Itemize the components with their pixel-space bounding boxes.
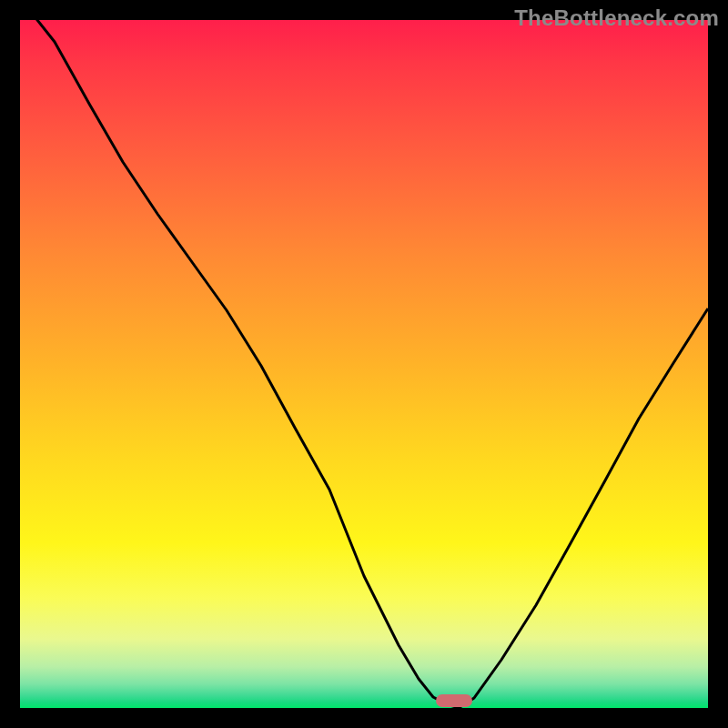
chart-plot-area <box>20 20 708 708</box>
optimal-marker <box>436 694 472 707</box>
curve-path <box>20 20 708 708</box>
bottleneck-curve <box>20 20 708 708</box>
chart-frame: TheBottleneck.com <box>0 0 728 728</box>
watermark-text: TheBottleneck.com <box>514 5 719 31</box>
